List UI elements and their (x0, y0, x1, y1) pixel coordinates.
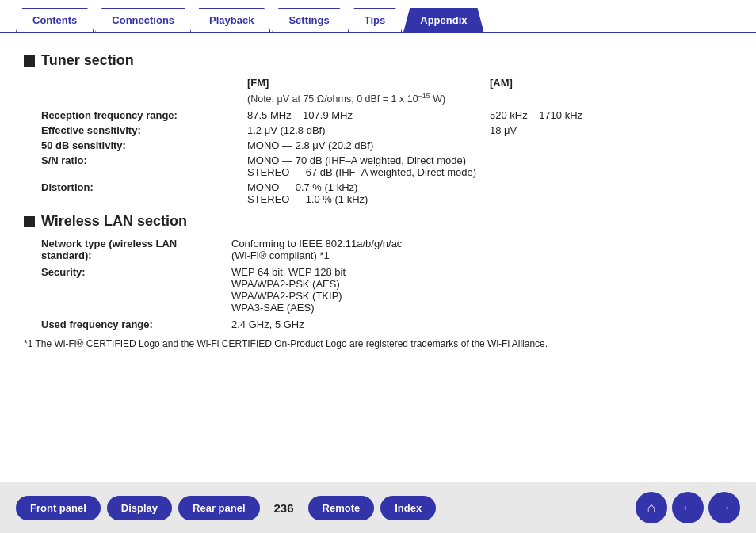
spec-value-fm-sensitivity: 1.2 μV (12.8 dBf) (247, 124, 490, 136)
section-square-wireless (24, 216, 35, 227)
wireless-section-header: Wireless LAN section (24, 213, 732, 230)
sn-line-2: STEREO — 67 dB (IHF–A weighted, Direct m… (247, 166, 490, 178)
spec-label-sensitivity: Effective sensitivity: (41, 124, 247, 136)
security-line-2: WPA/WPA2-PSK (AES) (231, 278, 732, 290)
network-line-2: (Wi-Fi® compliant) *1 (231, 249, 732, 261)
spec-row-sensitivity: Effective sensitivity: 1.2 μV (12.8 dBf)… (41, 124, 732, 136)
spec-label-50db: 50 dB sensitivity: (41, 139, 247, 151)
distortion-line-1: MONO — 0.7 % (1 kHz) (247, 181, 490, 193)
display-button[interactable]: Display (107, 496, 172, 520)
wireless-row-frequency: Used frequency range: 2.4 GHz, 5 GHz (41, 318, 732, 330)
tuner-section-header: Tuner section (24, 52, 732, 69)
remote-button[interactable]: Remote (308, 496, 375, 520)
spec-label-distortion: Distortion: (41, 181, 247, 193)
tab-appendix[interactable]: Appendix (403, 8, 483, 32)
security-line-1: WEP 64 bit, WEP 128 bit (231, 266, 732, 278)
spec-value-am-reception: 520 kHz – 1710 kHz (490, 109, 732, 121)
spec-label-sn: S/N ratio: (41, 154, 247, 166)
wireless-label-network: Network type (wireless LAN standard): (41, 238, 231, 261)
distortion-line-2: STEREO — 1.0 % (1 kHz) (247, 193, 490, 205)
wireless-row-network: Network type (wireless LAN standard): Co… (41, 238, 732, 261)
bottom-nav-buttons: Front panel Display Rear panel 236 Remot… (16, 496, 436, 520)
front-panel-button[interactable]: Front panel (16, 496, 101, 520)
spec-value-fm-reception: 87.5 MHz – 107.9 MHz (247, 109, 490, 121)
wireless-value-security: WEP 64 bit, WEP 128 bit WPA/WPA2-PSK (AE… (231, 266, 732, 314)
spec-value-am-sensitivity: 18 μV (490, 124, 732, 136)
nav-tabs: Contents Connections Playback Settings T… (0, 0, 756, 33)
wireless-section-title: Wireless LAN section (41, 213, 187, 230)
tab-tips[interactable]: Tips (348, 8, 403, 32)
security-line-3: WPA/WPA2-PSK (TKIP) (231, 290, 732, 302)
spec-value-fm-sn: MONO — 70 dB (IHF–A weighted, Direct mod… (247, 154, 490, 178)
sn-line-1: MONO — 70 dB (IHF–A weighted, Direct mod… (247, 154, 490, 166)
spec-row-reception: Reception frequency range: 87.5 MHz – 10… (41, 109, 732, 121)
spec-row-50db: 50 dB sensitivity: MONO — 2.8 μV (20.2 d… (41, 139, 732, 151)
bottom-nav: Front panel Display Rear panel 236 Remot… (0, 482, 756, 533)
bottom-icon-buttons: ⌂ ← → (636, 492, 740, 523)
spec-row-distortion: Distortion: MONO — 0.7 % (1 kHz) STEREO … (41, 181, 732, 205)
index-button[interactable]: Index (380, 496, 436, 520)
back-button[interactable]: ← (672, 492, 704, 523)
note-row: (Note: μV at 75 Ω/ohms, 0 dBf = 1 x 10–1… (41, 92, 732, 105)
tab-contents[interactable]: Contents (16, 8, 94, 32)
note-text: (Note: μV at 75 Ω/ohms, 0 dBf = 1 x 10–1… (247, 92, 732, 105)
fm-am-header: [FM] [AM] (41, 77, 732, 89)
wireless-value-network: Conforming to IEEE 802.11a/b/g/n/ac (Wi-… (231, 238, 732, 261)
home-button[interactable]: ⌂ (636, 492, 667, 523)
rear-panel-button[interactable]: Rear panel (178, 496, 259, 520)
tab-connections[interactable]: Connections (95, 8, 191, 32)
footnote: *1 The Wi-Fi® CERTIFIED Logo and the Wi-… (24, 338, 732, 349)
forward-arrow-icon: → (717, 500, 731, 516)
tuner-section-title: Tuner section (41, 52, 134, 69)
spec-value-fm-distortion: MONO — 0.7 % (1 kHz) STEREO — 1.0 % (1 k… (247, 181, 490, 205)
wireless-label-frequency: Used frequency range: (41, 318, 231, 330)
tab-playback[interactable]: Playback (193, 8, 270, 32)
tab-settings[interactable]: Settings (272, 8, 346, 32)
am-label: [AM] (490, 77, 732, 89)
tuner-specs-area: [FM] [AM] (Note: μV at 75 Ω/ohms, 0 dBf … (41, 77, 732, 205)
spec-value-fm-50db: MONO — 2.8 μV (20.2 dBf) (247, 139, 490, 151)
network-line-1: Conforming to IEEE 802.11a/b/g/n/ac (231, 238, 732, 249)
wireless-value-frequency: 2.4 GHz, 5 GHz (231, 318, 732, 330)
wireless-label-security: Security: (41, 266, 231, 278)
wireless-row-security: Security: WEP 64 bit, WEP 128 bit WPA/WP… (41, 266, 732, 314)
forward-button[interactable]: → (708, 492, 740, 523)
page-number: 236 (266, 501, 302, 515)
home-icon: ⌂ (647, 500, 656, 516)
spec-label-reception: Reception frequency range: (41, 109, 247, 121)
wireless-specs-area: Network type (wireless LAN standard): Co… (41, 238, 732, 330)
fm-label: [FM] (247, 77, 490, 89)
main-content: Tuner section [FM] [AM] (Note: μV at 75 … (0, 33, 756, 357)
security-line-4: WPA3-SAE (AES) (231, 302, 732, 314)
section-square-tuner (24, 55, 35, 67)
spec-row-sn: S/N ratio: MONO — 70 dB (IHF–A weighted,… (41, 154, 732, 178)
back-arrow-icon: ← (681, 500, 695, 516)
